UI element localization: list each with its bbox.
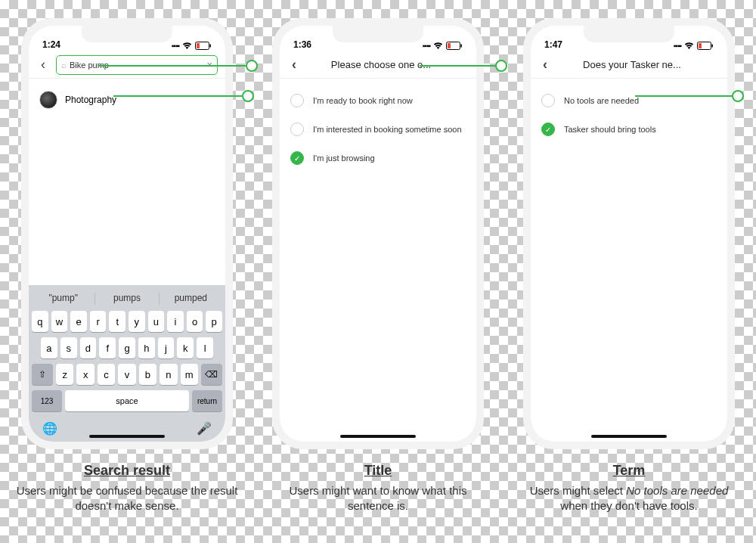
key[interactable]: d xyxy=(80,337,97,358)
status-icons: ▪▪▪▪ xyxy=(674,42,714,50)
mic-icon[interactable]: 🎤 xyxy=(197,421,212,436)
option-row[interactable]: I'm ready to book right now xyxy=(290,86,466,115)
option-label: I'm ready to book right now xyxy=(313,96,413,105)
column-title: 1:36 ▪▪▪▪ ‹ Please choose one o... I'm r… xyxy=(272,18,484,514)
option-label: Tasker should bring tools xyxy=(564,125,656,134)
key[interactable]: o xyxy=(187,311,203,332)
key[interactable]: l xyxy=(197,337,213,358)
key[interactable]: c xyxy=(98,364,115,385)
key[interactable]: z xyxy=(56,364,73,385)
option-row[interactable]: No tools are needed xyxy=(541,86,717,115)
signal-icon: ▪▪▪▪ xyxy=(674,42,681,50)
notch xyxy=(333,26,423,42)
key[interactable]: n xyxy=(160,364,177,385)
radio-checked-icon: ✓ xyxy=(541,123,555,136)
key[interactable]: g xyxy=(119,337,135,358)
annotation-marker xyxy=(495,60,507,72)
key[interactable]: w xyxy=(51,311,68,332)
shift-key[interactable]: ⇧ xyxy=(32,364,53,385)
suggestion[interactable]: pumps xyxy=(95,293,158,305)
caption: Search result Users might be confused be… xyxy=(14,463,240,514)
key[interactable]: q xyxy=(32,311,48,332)
caption-body: Users might select No tools are needed w… xyxy=(516,483,742,514)
caption: Term Users might select No tools are nee… xyxy=(516,463,742,514)
key[interactable]: f xyxy=(99,337,116,358)
key[interactable]: s xyxy=(60,337,77,358)
home-indicator[interactable] xyxy=(591,435,667,438)
annotation-line xyxy=(635,95,733,97)
battery-icon xyxy=(697,42,714,50)
phone-screen: 1:47 ▪▪▪▪ ‹ Does your Tasker ne... No to… xyxy=(531,26,727,442)
options-list: I'm ready to book right now I'm interest… xyxy=(280,79,476,442)
home-indicator[interactable] xyxy=(89,435,165,438)
key[interactable]: u xyxy=(148,311,165,332)
space-key[interactable]: space xyxy=(65,390,189,411)
phone-frame: 1:47 ▪▪▪▪ ‹ Does your Tasker ne... No to… xyxy=(523,18,735,449)
wifi-icon xyxy=(684,42,694,50)
annotation-line xyxy=(420,65,495,67)
svg-rect-8 xyxy=(712,45,714,48)
notch xyxy=(82,26,172,42)
key[interactable]: p xyxy=(206,311,222,332)
radio-icon xyxy=(290,94,304,107)
back-icon[interactable]: ‹ xyxy=(287,57,301,73)
key[interactable]: e xyxy=(70,311,87,332)
search-icon: ⌕ xyxy=(61,61,67,70)
option-row[interactable]: I'm interested in booking sometime soon xyxy=(290,115,466,144)
option-label: I'm interested in booking sometime soon xyxy=(313,125,462,134)
key[interactable]: b xyxy=(139,364,156,385)
back-icon[interactable]: ‹ xyxy=(36,57,50,73)
caption-body: Users might be confused because the resu… xyxy=(14,483,240,514)
suggestion[interactable]: pumped xyxy=(160,293,222,305)
svg-rect-7 xyxy=(699,43,702,48)
signal-icon: ▪▪▪▪ xyxy=(172,42,179,50)
suggestion[interactable]: "pump" xyxy=(32,293,94,305)
radio-icon xyxy=(290,123,304,136)
status-time: 1:36 xyxy=(293,39,311,50)
key[interactable]: r xyxy=(90,311,107,332)
backspace-key[interactable]: ⌫ xyxy=(201,364,222,385)
globe-icon[interactable]: 🌐 xyxy=(42,421,57,436)
key[interactable]: y xyxy=(129,311,145,332)
search-result-row[interactable]: Photography xyxy=(39,86,215,113)
battery-icon xyxy=(195,42,212,50)
result-avatar xyxy=(39,91,57,109)
annotation-line xyxy=(98,65,246,67)
option-row[interactable]: ✓ I'm just browsing xyxy=(290,144,466,172)
option-label: No tools are needed xyxy=(564,96,639,105)
keyboard[interactable]: "pump" pumps pumped q w e r t y u xyxy=(29,285,225,442)
key[interactable]: t xyxy=(109,311,125,332)
caption-title: Search result xyxy=(14,463,240,479)
options-list: No tools are needed ✓ Tasker should brin… xyxy=(531,79,727,442)
status-time: 1:24 xyxy=(42,39,60,50)
column-term: 1:47 ▪▪▪▪ ‹ Does your Tasker ne... No to… xyxy=(523,18,735,514)
caption-title: Title xyxy=(265,463,491,479)
battery-icon xyxy=(446,42,463,50)
return-key[interactable]: return xyxy=(192,390,222,411)
key[interactable]: i xyxy=(167,311,184,332)
keyboard-suggestions: "pump" pumps pumped xyxy=(32,290,222,311)
keyboard-footer: 🌐 🎤 xyxy=(32,417,222,436)
svg-rect-5 xyxy=(461,45,463,48)
key[interactable]: k xyxy=(177,337,194,358)
home-indicator[interactable] xyxy=(340,435,416,438)
radio-checked-icon: ✓ xyxy=(290,151,304,165)
column-search-result: 1:24 ▪▪▪▪ ‹ ⌕ Bike pump × xyxy=(21,18,233,514)
radio-icon xyxy=(541,94,555,107)
key[interactable]: a xyxy=(41,337,57,358)
key[interactable]: m xyxy=(181,364,198,385)
wifi-icon xyxy=(433,42,443,50)
numbers-key[interactable]: 123 xyxy=(32,390,62,411)
back-icon[interactable]: ‹ xyxy=(538,57,552,73)
key[interactable]: x xyxy=(76,364,94,385)
keyboard-row-3: ⇧ z x c v b n m ⌫ xyxy=(32,364,222,385)
key[interactable]: h xyxy=(138,337,155,358)
key[interactable]: v xyxy=(118,364,135,385)
page-title: Does your Tasker ne... xyxy=(558,59,720,70)
option-row[interactable]: ✓ Tasker should bring tools xyxy=(541,115,717,144)
annotation-marker xyxy=(732,90,744,102)
caption-title: Term xyxy=(516,463,742,479)
key[interactable]: j xyxy=(158,337,175,358)
annotation-line xyxy=(113,95,242,97)
phone-screen: 1:36 ▪▪▪▪ ‹ Please choose one o... I'm r… xyxy=(280,26,476,442)
